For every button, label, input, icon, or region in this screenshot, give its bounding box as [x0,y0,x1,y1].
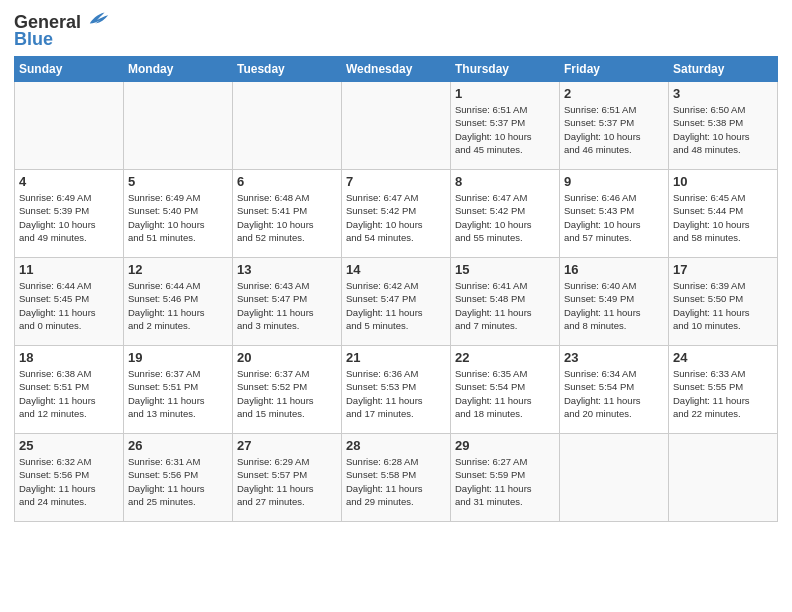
main-container: General Blue SundayMondayTuesdayWednesda… [0,0,792,530]
day-info: Sunrise: 6:39 AM Sunset: 5:50 PM Dayligh… [673,279,773,332]
calendar-cell: 4Sunrise: 6:49 AM Sunset: 5:39 PM Daylig… [15,170,124,258]
calendar-cell: 12Sunrise: 6:44 AM Sunset: 5:46 PM Dayli… [124,258,233,346]
day-info: Sunrise: 6:44 AM Sunset: 5:45 PM Dayligh… [19,279,119,332]
day-number: 26 [128,438,228,453]
calendar-cell [124,82,233,170]
day-info: Sunrise: 6:45 AM Sunset: 5:44 PM Dayligh… [673,191,773,244]
day-info: Sunrise: 6:44 AM Sunset: 5:46 PM Dayligh… [128,279,228,332]
calendar-cell: 29Sunrise: 6:27 AM Sunset: 5:59 PM Dayli… [451,434,560,522]
day-number: 15 [455,262,555,277]
weekday-header-friday: Friday [560,57,669,82]
logo: General Blue [14,10,110,50]
calendar-cell: 26Sunrise: 6:31 AM Sunset: 5:56 PM Dayli… [124,434,233,522]
day-info: Sunrise: 6:33 AM Sunset: 5:55 PM Dayligh… [673,367,773,420]
weekday-header-thursday: Thursday [451,57,560,82]
day-info: Sunrise: 6:41 AM Sunset: 5:48 PM Dayligh… [455,279,555,332]
calendar-cell: 15Sunrise: 6:41 AM Sunset: 5:48 PM Dayli… [451,258,560,346]
calendar-cell: 18Sunrise: 6:38 AM Sunset: 5:51 PM Dayli… [15,346,124,434]
calendar-cell: 20Sunrise: 6:37 AM Sunset: 5:52 PM Dayli… [233,346,342,434]
day-number: 19 [128,350,228,365]
logo-blue-label: Blue [14,29,53,50]
day-number: 20 [237,350,337,365]
day-number: 8 [455,174,555,189]
day-info: Sunrise: 6:28 AM Sunset: 5:58 PM Dayligh… [346,455,446,508]
day-info: Sunrise: 6:49 AM Sunset: 5:39 PM Dayligh… [19,191,119,244]
day-number: 16 [564,262,664,277]
day-number: 18 [19,350,119,365]
calendar-cell: 7Sunrise: 6:47 AM Sunset: 5:42 PM Daylig… [342,170,451,258]
day-info: Sunrise: 6:48 AM Sunset: 5:41 PM Dayligh… [237,191,337,244]
day-info: Sunrise: 6:32 AM Sunset: 5:56 PM Dayligh… [19,455,119,508]
calendar-cell: 14Sunrise: 6:42 AM Sunset: 5:47 PM Dayli… [342,258,451,346]
day-number: 23 [564,350,664,365]
calendar-cell [669,434,778,522]
calendar-cell: 10Sunrise: 6:45 AM Sunset: 5:44 PM Dayli… [669,170,778,258]
calendar-cell: 8Sunrise: 6:47 AM Sunset: 5:42 PM Daylig… [451,170,560,258]
day-number: 3 [673,86,773,101]
day-number: 14 [346,262,446,277]
calendar-cell: 9Sunrise: 6:46 AM Sunset: 5:43 PM Daylig… [560,170,669,258]
calendar-cell: 3Sunrise: 6:50 AM Sunset: 5:38 PM Daylig… [669,82,778,170]
day-info: Sunrise: 6:50 AM Sunset: 5:38 PM Dayligh… [673,103,773,156]
calendar-cell: 22Sunrise: 6:35 AM Sunset: 5:54 PM Dayli… [451,346,560,434]
calendar-cell: 11Sunrise: 6:44 AM Sunset: 5:45 PM Dayli… [15,258,124,346]
day-number: 28 [346,438,446,453]
calendar-cell: 28Sunrise: 6:28 AM Sunset: 5:58 PM Dayli… [342,434,451,522]
day-info: Sunrise: 6:47 AM Sunset: 5:42 PM Dayligh… [346,191,446,244]
day-number: 24 [673,350,773,365]
day-info: Sunrise: 6:49 AM Sunset: 5:40 PM Dayligh… [128,191,228,244]
day-number: 1 [455,86,555,101]
day-info: Sunrise: 6:40 AM Sunset: 5:49 PM Dayligh… [564,279,664,332]
day-number: 25 [19,438,119,453]
week-row-2: 4Sunrise: 6:49 AM Sunset: 5:39 PM Daylig… [15,170,778,258]
calendar-cell: 23Sunrise: 6:34 AM Sunset: 5:54 PM Dayli… [560,346,669,434]
day-number: 2 [564,86,664,101]
calendar-cell: 25Sunrise: 6:32 AM Sunset: 5:56 PM Dayli… [15,434,124,522]
day-info: Sunrise: 6:35 AM Sunset: 5:54 PM Dayligh… [455,367,555,420]
day-info: Sunrise: 6:42 AM Sunset: 5:47 PM Dayligh… [346,279,446,332]
weekday-header-sunday: Sunday [15,57,124,82]
week-row-4: 18Sunrise: 6:38 AM Sunset: 5:51 PM Dayli… [15,346,778,434]
calendar-cell: 1Sunrise: 6:51 AM Sunset: 5:37 PM Daylig… [451,82,560,170]
day-number: 29 [455,438,555,453]
header: General Blue [14,10,778,50]
calendar-cell: 13Sunrise: 6:43 AM Sunset: 5:47 PM Dayli… [233,258,342,346]
day-info: Sunrise: 6:27 AM Sunset: 5:59 PM Dayligh… [455,455,555,508]
day-number: 21 [346,350,446,365]
calendar-cell: 17Sunrise: 6:39 AM Sunset: 5:50 PM Dayli… [669,258,778,346]
day-number: 22 [455,350,555,365]
calendar-cell: 24Sunrise: 6:33 AM Sunset: 5:55 PM Dayli… [669,346,778,434]
day-info: Sunrise: 6:34 AM Sunset: 5:54 PM Dayligh… [564,367,664,420]
calendar-cell [233,82,342,170]
calendar-cell [342,82,451,170]
day-info: Sunrise: 6:37 AM Sunset: 5:51 PM Dayligh… [128,367,228,420]
weekday-header-saturday: Saturday [669,57,778,82]
calendar-cell [560,434,669,522]
day-number: 11 [19,262,119,277]
weekday-header-tuesday: Tuesday [233,57,342,82]
calendar-cell: 27Sunrise: 6:29 AM Sunset: 5:57 PM Dayli… [233,434,342,522]
day-info: Sunrise: 6:51 AM Sunset: 5:37 PM Dayligh… [564,103,664,156]
week-row-3: 11Sunrise: 6:44 AM Sunset: 5:45 PM Dayli… [15,258,778,346]
day-info: Sunrise: 6:46 AM Sunset: 5:43 PM Dayligh… [564,191,664,244]
day-info: Sunrise: 6:38 AM Sunset: 5:51 PM Dayligh… [19,367,119,420]
day-number: 27 [237,438,337,453]
calendar-cell: 2Sunrise: 6:51 AM Sunset: 5:37 PM Daylig… [560,82,669,170]
calendar-table: SundayMondayTuesdayWednesdayThursdayFrid… [14,56,778,522]
calendar-cell: 21Sunrise: 6:36 AM Sunset: 5:53 PM Dayli… [342,346,451,434]
day-info: Sunrise: 6:37 AM Sunset: 5:52 PM Dayligh… [237,367,337,420]
weekday-header-wednesday: Wednesday [342,57,451,82]
day-number: 5 [128,174,228,189]
day-number: 13 [237,262,337,277]
day-info: Sunrise: 6:51 AM Sunset: 5:37 PM Dayligh… [455,103,555,156]
day-info: Sunrise: 6:36 AM Sunset: 5:53 PM Dayligh… [346,367,446,420]
logo-bird-icon [88,10,110,28]
day-number: 4 [19,174,119,189]
calendar-cell [15,82,124,170]
day-info: Sunrise: 6:47 AM Sunset: 5:42 PM Dayligh… [455,191,555,244]
weekday-header-row: SundayMondayTuesdayWednesdayThursdayFrid… [15,57,778,82]
calendar-cell: 16Sunrise: 6:40 AM Sunset: 5:49 PM Dayli… [560,258,669,346]
calendar-cell: 19Sunrise: 6:37 AM Sunset: 5:51 PM Dayli… [124,346,233,434]
day-number: 7 [346,174,446,189]
calendar-cell: 5Sunrise: 6:49 AM Sunset: 5:40 PM Daylig… [124,170,233,258]
